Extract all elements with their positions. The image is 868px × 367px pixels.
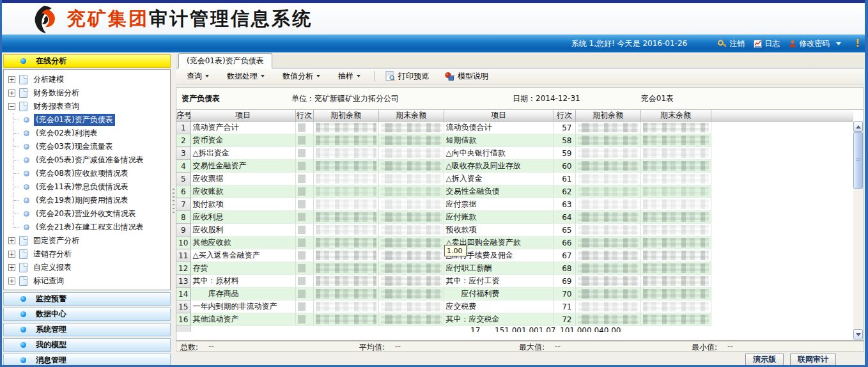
tree-subitem[interactable]: (兖会03表)现金流量表	[4, 140, 170, 153]
filler-cell	[711, 262, 853, 275]
item-cell-left: 流动资产合计	[190, 121, 295, 134]
tree-subitem-label: (兖会05表)资产减值准备情况表	[34, 154, 146, 166]
chevron-down-icon	[357, 75, 360, 77]
final-balance-left	[378, 185, 444, 198]
tree-item[interactable]: +财务数据分析	[4, 86, 170, 100]
tree-subitem[interactable]: (兖会21表)在建工程支出情况表	[4, 221, 170, 234]
table-row[interactable]: 7预付款项应付票据63	[176, 198, 853, 211]
model-description-label: 模型说明	[458, 71, 488, 82]
tree-subitem[interactable]: (兖会19表)期间费用情况表	[4, 194, 170, 207]
tree-item[interactable]: +进销存分析	[4, 247, 170, 261]
scroll-down-button[interactable]	[853, 329, 863, 340]
tree-item[interactable]: +固定资产分析	[4, 234, 170, 247]
final-balance-right	[640, 224, 711, 237]
item-cell-left: 库存商品	[190, 288, 295, 301]
tree-item[interactable]: +自定义报表	[4, 261, 170, 274]
report-date: 日期：2014-12-31	[513, 93, 580, 104]
sidebar-panel[interactable]: 系统管理	[3, 323, 171, 336]
sidebar-panel[interactable]: 监控预警	[3, 292, 171, 306]
sampling-menu-button[interactable]: 抽样	[332, 68, 366, 84]
vertical-scrollbar[interactable]	[853, 121, 863, 340]
numeric-analysis-menu-button[interactable]: 数值分析	[277, 68, 326, 84]
redacted-amount	[381, 187, 442, 196]
table-row[interactable]: 1流动资产合计流动负债合计57	[176, 121, 853, 134]
table-row[interactable]: 4交易性金融资产△吸收存款及同业存放60	[176, 160, 853, 173]
sidebar-splitter[interactable]	[171, 54, 176, 367]
tab-balance-sheet[interactable]: (兖会01表)资产负债表	[178, 53, 272, 68]
log-link[interactable]: 日志	[754, 38, 780, 49]
tree-subitem[interactable]: (兖会02表)利润表	[4, 127, 170, 140]
row-number-cell: 9	[176, 224, 190, 237]
print-preview-button[interactable]: 打印预览	[380, 69, 435, 84]
tree-subitem[interactable]: (兖会05表)资产减值准备情况表	[4, 153, 170, 167]
tree-subitem[interactable]: (兖会01表)资产负债表	[4, 113, 170, 127]
query-menu-button[interactable]: 查询	[181, 68, 215, 84]
row-number-cell: 12	[176, 262, 190, 275]
logout-link[interactable]: 注销	[718, 38, 745, 49]
redacted-amount	[578, 123, 639, 132]
redacted-amount	[316, 161, 376, 171]
row-number-cell: 4	[176, 160, 190, 173]
initial-balance-left	[313, 275, 378, 288]
tree-item[interactable]: +分析建模	[4, 73, 170, 86]
table-row[interactable]: 14 库存商品 应付福利费70	[176, 288, 853, 301]
sidebar-item-online-analysis[interactable]: 在线分析	[3, 54, 171, 68]
collapse-toggle-icon[interactable]: −	[8, 103, 15, 110]
chevron-down-icon[interactable]	[836, 42, 841, 45]
change-password-link[interactable]: 修改密码	[789, 38, 830, 49]
table-row[interactable]: 13其中：原材料其中：应付工资69	[176, 275, 853, 288]
expand-toggle-icon[interactable]: +	[8, 237, 15, 244]
clipped-final-balance: 101,000,040.00	[560, 326, 621, 332]
redacted-amount	[381, 161, 442, 171]
tree-item[interactable]: +标记查询	[4, 274, 170, 288]
table-row[interactable]: 2货币资金短期借款58	[176, 134, 853, 147]
data-processing-menu-button[interactable]: 数据处理	[221, 68, 270, 84]
item-cell-left: 应收利息	[190, 211, 295, 224]
expand-toggle-icon[interactable]: +	[8, 76, 15, 83]
document-icon	[19, 249, 27, 259]
tree-subitem[interactable]: (兖会11表)带息负债情况表	[4, 180, 170, 194]
chevron-down-icon	[205, 75, 209, 77]
online-audit-button[interactable]: 联网审计	[790, 354, 836, 366]
item-cell-left: 其中：原材料	[190, 275, 295, 288]
initial-balance-left	[313, 211, 378, 224]
col-line-right: 行次	[554, 110, 575, 121]
expand-toggle-icon[interactable]: +	[8, 90, 15, 97]
line-cell-left	[295, 147, 313, 160]
item-cell-right: 其中：应付工资	[444, 275, 554, 288]
tree-subitem[interactable]: (兖会20表)营业外收支情况表	[4, 207, 170, 221]
sidebar-panel[interactable]: 数据中心	[3, 308, 171, 321]
expand-toggle-icon[interactable]: +	[8, 277, 15, 285]
table-row[interactable]: 12存货应付职工薪酬68	[176, 262, 853, 275]
table-row[interactable]: 6应收账款交易性金融负债62	[176, 185, 853, 198]
table-row[interactable]: 10其他应收款△卖出回购金融资产款66	[176, 237, 853, 249]
line-cell-right: 72	[554, 313, 575, 326]
alert-icon[interactable]: !	[855, 38, 860, 49]
table-row[interactable]: 15一年内到期的非流动资产应交税费71	[176, 301, 853, 313]
sidebar-panel[interactable]: 消息管理	[3, 354, 171, 367]
expand-toggle-icon[interactable]: +	[8, 251, 15, 258]
table-row[interactable]: 5应收票据△拆入资金61	[176, 173, 853, 185]
model-description-button[interactable]: 模型说明	[438, 69, 494, 84]
table-row[interactable]: 9应收股利预收款项65	[176, 224, 853, 237]
sidebar-panel-label: 消息管理	[36, 355, 66, 366]
final-balance-left	[378, 301, 444, 313]
tree-subitem[interactable]: (兖会08表)应收款项情况表	[4, 167, 170, 180]
key-icon	[718, 40, 727, 48]
report-title: 资产负债表	[182, 93, 220, 104]
tree-item[interactable]: −财务报表查询	[4, 100, 170, 113]
redacted-amount	[316, 251, 376, 260]
item-cell-right: 预收款项	[444, 224, 554, 237]
table-row[interactable]: 3△拆出资金△向中央银行借款59	[176, 147, 853, 160]
redacted-amount	[578, 174, 639, 184]
scrollbar-track[interactable]	[853, 132, 863, 329]
scrollbar-thumb[interactable]	[853, 132, 863, 189]
table-row[interactable]: 8应收利息应付账款64	[176, 211, 853, 224]
expand-toggle-icon[interactable]: +	[8, 264, 15, 271]
demo-version-button[interactable]: 演示版	[745, 354, 784, 366]
table-row[interactable]: 11△买入返售金融资产△应付手续费及佣金67	[176, 249, 853, 262]
scroll-up-button[interactable]	[853, 121, 863, 132]
final-balance-left	[378, 198, 444, 211]
sidebar-panel[interactable]: 我的模型	[3, 338, 171, 352]
table-row[interactable]: 16其他流动资产其中：应交税金72	[176, 313, 853, 326]
